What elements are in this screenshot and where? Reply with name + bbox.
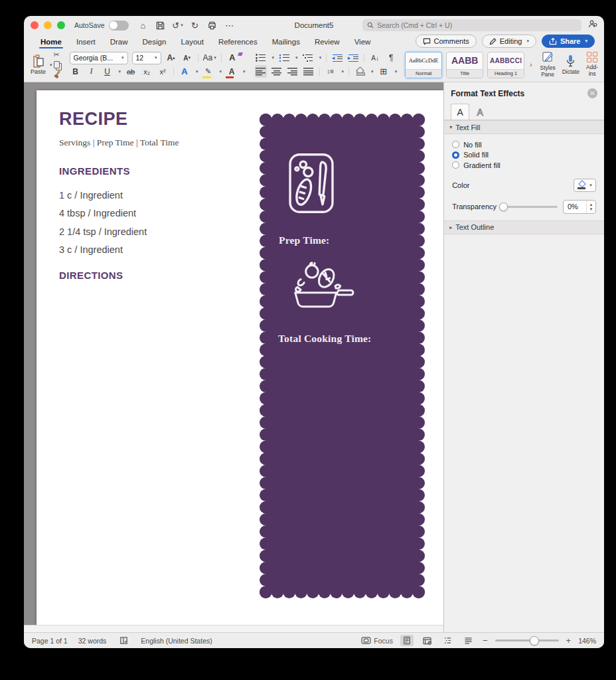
paste-button[interactable]: Paste [28, 54, 48, 75]
search-box[interactable] [362, 19, 581, 31]
tab-design[interactable]: Design [135, 37, 174, 49]
tab-references[interactable]: References [211, 37, 265, 49]
align-left-button[interactable] [255, 65, 267, 78]
numbering-dropdown[interactable]: ▾ [295, 55, 298, 60]
text-effects-button[interactable]: A [179, 65, 191, 78]
decrease-indent-button[interactable] [331, 52, 343, 64]
line-spacing-dropdown[interactable]: ▾ [342, 69, 345, 74]
print-icon[interactable] [206, 19, 219, 31]
font-name-combo[interactable]: Georgia (B...▾ [70, 52, 128, 64]
justify-button[interactable] [303, 65, 315, 78]
transparency-slider[interactable] [501, 206, 558, 208]
copy-icon[interactable] [54, 60, 62, 69]
slider-thumb[interactable] [499, 203, 508, 211]
tab-mailings[interactable]: Mailings [265, 37, 307, 49]
underline-button[interactable]: U [102, 65, 114, 78]
undo-icon[interactable]: ↺▾ [171, 19, 185, 31]
shrink-font-button[interactable]: A▾ [181, 52, 193, 64]
language-indicator[interactable]: English (United States) [141, 637, 212, 645]
share-button[interactable]: Share▾ [542, 35, 595, 48]
font-color-dropdown[interactable]: ▾ [243, 69, 246, 74]
autosave-toggle[interactable] [109, 21, 129, 31]
print-layout-view-icon[interactable] [400, 635, 414, 646]
save-icon[interactable] [154, 19, 167, 31]
recipe-side-panel[interactable]: Prep Time: Total Cooking Time: [260, 114, 425, 598]
show-marks-button[interactable]: ¶ [385, 52, 397, 64]
tab-view[interactable]: View [347, 37, 378, 49]
editing-mode-button[interactable]: Editing▾ [482, 35, 536, 48]
style-heading1[interactable]: AABBCCI Heading 1 [487, 52, 524, 78]
zoom-slider-thumb[interactable] [530, 636, 539, 645]
horizontal-scrollbar[interactable] [24, 625, 443, 632]
increase-indent-button[interactable] [347, 52, 359, 64]
borders-dropdown[interactable]: ▾ [395, 69, 398, 74]
highlight-button[interactable]: ✎ [202, 65, 214, 78]
borders-button[interactable]: ⊞ [378, 65, 390, 78]
highlight-dropdown[interactable]: ▾ [220, 69, 222, 74]
clear-formatting-button[interactable]: A [226, 52, 238, 64]
zoom-in-button[interactable]: + [566, 636, 572, 645]
gradient-fill-option[interactable]: Gradient fill [452, 160, 596, 171]
draft-view-icon[interactable] [462, 635, 475, 646]
presence-icon[interactable] [588, 19, 597, 31]
outline-view-icon[interactable] [441, 635, 455, 646]
align-right-button[interactable] [287, 65, 299, 78]
text-fill-section-header[interactable]: ▾ Text Fill [444, 120, 604, 134]
comments-button[interactable]: Comments [416, 35, 477, 48]
tab-text-effects[interactable]: A [471, 104, 489, 120]
cut-icon[interactable]: ✂ [54, 50, 62, 60]
zoom-percentage[interactable]: 146% [578, 637, 596, 645]
focus-button[interactable]: Focus [361, 635, 393, 646]
style-title[interactable]: AABB Title [446, 52, 483, 78]
spin-up-icon[interactable]: ▲ [589, 203, 593, 207]
bullets-dropdown[interactable]: ▾ [272, 55, 275, 60]
multilevel-list-button[interactable] [302, 52, 314, 64]
document-canvas[interactable]: RECIPE Servings | Prep Time | Total Time… [24, 82, 443, 632]
page-indicator[interactable]: Page 1 of 1 [32, 637, 68, 645]
web-layout-view-icon[interactable] [421, 635, 434, 646]
text-effects-dropdown[interactable]: ▾ [196, 69, 198, 74]
grow-font-button[interactable]: A▴ [165, 52, 177, 64]
search-input[interactable] [377, 21, 577, 29]
numbering-button[interactable] [278, 52, 290, 64]
line-spacing-button[interactable]: ↕≡ [325, 65, 337, 78]
sort-button[interactable]: A↓ [369, 52, 381, 64]
style-normal[interactable]: AaBbCcDdE Normal [405, 52, 442, 78]
document-page[interactable]: RECIPE Servings | Prep Time | Total Time… [37, 90, 443, 626]
no-fill-option[interactable]: No fill [452, 139, 596, 150]
paste-dropdown[interactable]: ▾ [50, 62, 52, 68]
styles-pane-button[interactable]: Styles Pane [540, 50, 555, 79]
bullets-button[interactable] [255, 52, 267, 64]
styles-gallery-more[interactable]: › [528, 61, 533, 68]
zoom-out-button[interactable]: − [483, 636, 488, 645]
tab-home[interactable]: Home [33, 37, 69, 49]
subscript-button[interactable]: x₂ [141, 65, 153, 78]
multilevel-dropdown[interactable]: ▾ [319, 55, 322, 60]
add-ins-button[interactable]: Add-ins [586, 50, 598, 79]
more-commands-icon[interactable]: ⋯ [223, 19, 236, 31]
shading-dropdown[interactable]: ▾ [371, 69, 374, 74]
close-icon[interactable]: ✕ [587, 88, 597, 98]
minimize-window-button[interactable] [44, 21, 52, 29]
font-size-combo[interactable]: 12▾ [132, 52, 161, 64]
word-count[interactable]: 32 words [78, 637, 107, 645]
home-icon[interactable]: ⌂ [137, 19, 150, 31]
format-painter-icon[interactable] [54, 70, 62, 79]
proofing-icon[interactable] [117, 635, 130, 646]
change-case-button[interactable]: Aa▾ [203, 52, 216, 64]
transparency-spinner[interactable]: 0% ▲▼ [563, 200, 596, 214]
bold-button[interactable]: B [70, 65, 82, 78]
shading-button[interactable] [354, 65, 366, 78]
close-window-button[interactable] [31, 21, 38, 29]
tab-insert[interactable]: Insert [69, 37, 103, 49]
zoom-window-button[interactable] [57, 21, 65, 29]
fill-color-button[interactable]: ▾ [574, 179, 596, 192]
strikethrough-button[interactable]: ab [125, 65, 137, 78]
tab-review[interactable]: Review [307, 37, 347, 49]
underline-dropdown[interactable]: ▾ [119, 69, 121, 74]
font-color-button[interactable]: A [226, 65, 238, 78]
zoom-slider[interactable] [495, 639, 559, 641]
text-outline-section-header[interactable]: ▸ Text Outline [444, 220, 604, 234]
spin-down-icon[interactable]: ▼ [589, 207, 593, 211]
align-center-button[interactable] [271, 65, 283, 78]
